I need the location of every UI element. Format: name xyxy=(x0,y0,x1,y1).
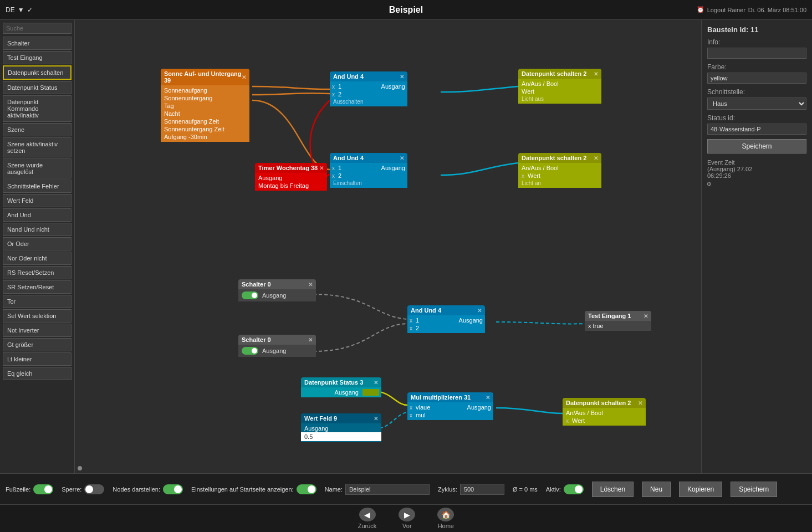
node-and1-close[interactable]: ✕ xyxy=(400,74,404,80)
node-wert-feld[interactable]: Wert Feld 9 ✕ Ausgang 0.5 xyxy=(301,413,381,442)
node-dp-status-body: Ausgang xyxy=(301,387,381,397)
sidebar-item-datenpunkt-status[interactable]: Datenpunkt Status xyxy=(3,81,72,94)
loeschen-button[interactable]: Löschen xyxy=(592,482,634,497)
lang-selector[interactable]: DE ▼ ✓ xyxy=(6,6,33,14)
node-mul-close[interactable]: ✕ xyxy=(486,395,490,401)
logout-label[interactable]: Logout Rainer xyxy=(707,7,745,13)
sperre-switch[interactable] xyxy=(84,484,104,494)
node-dp-status[interactable]: Datenpunkt Status 3 ✕ Ausgang xyxy=(301,377,381,397)
einstellungen-switch[interactable] xyxy=(297,484,316,494)
sidebar-item-wert-feld[interactable]: Wert Feld xyxy=(3,194,72,207)
node-dp3-close[interactable]: ✕ xyxy=(638,400,642,406)
aktiv-switch[interactable] xyxy=(564,484,584,494)
node-and1-in2: x 2 xyxy=(330,90,407,98)
node-timer-row-2: Montag bis Freitag xyxy=(255,182,327,190)
node-mul[interactable]: Mul multiplizieren 31 ✕ x vlaue Ausgang … xyxy=(407,392,493,420)
node-dp-status-out: Ausgang xyxy=(301,388,381,396)
sidebar-item-and-und[interactable]: And Und xyxy=(3,208,72,222)
schnittstelle-select[interactable]: Haus xyxy=(707,98,806,110)
sidebar-item-nor[interactable]: Nor Oder nicht xyxy=(3,252,72,265)
sidebar-item-eq[interactable]: Eq gleich xyxy=(3,367,72,380)
node-dp1-close[interactable]: ✕ xyxy=(594,71,598,77)
node-and3-close[interactable]: ✕ xyxy=(477,308,482,314)
clock-icon: ⏰ xyxy=(697,6,704,13)
canvas-area[interactable]: Sonne Auf- und Untergang 39 ✕ Sonnenaufg… xyxy=(75,20,701,473)
node-dp2-close[interactable]: ✕ xyxy=(594,155,598,161)
nav-vor[interactable]: ▶ Vor xyxy=(399,508,415,529)
node-and2-close[interactable]: ✕ xyxy=(400,155,404,161)
rp-save-button[interactable]: Speichern xyxy=(707,139,806,154)
fusszeile-label: Fußzeile: xyxy=(6,486,30,493)
info-label: Info: xyxy=(707,38,806,46)
sidebar-item-nand[interactable]: Nand Und nicht xyxy=(3,223,72,236)
node-sonne-close[interactable]: ✕ xyxy=(242,74,246,80)
node-and2-body: x 1 Ausgang x 2 Einschalten xyxy=(330,163,407,188)
sidebar-item-szene-aktiv[interactable]: Szene aktiv/inaktiv setzen xyxy=(3,137,72,157)
schalter2-toggle[interactable] xyxy=(242,347,258,355)
node-schalter1[interactable]: Schalter 0 ✕ Ausgang xyxy=(238,279,316,301)
node-and3[interactable]: And Und 4 ✕ x 1 Ausgang x 2 xyxy=(407,305,485,333)
node-schalter2-close[interactable]: ✕ xyxy=(308,337,313,343)
node-timer[interactable]: Timer Wochentag 38 ✕ Ausgang Montag bis … xyxy=(255,163,327,191)
event-section: Event Zeit (Ausgang) 27.02 06:29:26 0 xyxy=(707,159,806,187)
sidebar-item-rs[interactable]: RS Reset/Setzen xyxy=(3,266,72,279)
status-id-input[interactable] xyxy=(707,124,806,135)
page-title: Beispiel xyxy=(389,5,423,15)
sidebar-item-datenpunkt-schalten[interactable]: Datenpunkt schalten xyxy=(3,65,72,80)
node-sonne-row-7: Aufgang -30min xyxy=(161,133,249,141)
node-schalter2[interactable]: Schalter 0 ✕ Ausgang xyxy=(238,335,316,357)
node-test1[interactable]: Test Eingang 1 ✕ x true xyxy=(585,311,651,331)
farbe-input[interactable] xyxy=(707,73,806,84)
node-timer-header: Timer Wochentag 38 ✕ xyxy=(255,163,327,173)
zyklus-input[interactable] xyxy=(460,484,504,495)
sidebar-item-szene-ausgeloest[interactable]: Szene wurde ausgelöst xyxy=(3,158,72,178)
node-schalter1-toggle-row: Ausgang xyxy=(238,290,316,300)
node-and2[interactable]: And Und 4 ✕ x 1 Ausgang x 2 Einschalten xyxy=(330,153,407,188)
ms-label: Ø = 0 ms xyxy=(513,486,538,493)
sidebar-item-not[interactable]: Not Inverter xyxy=(3,324,72,337)
sidebar-item-or[interactable]: Or Oder xyxy=(3,237,72,250)
aktiv-toggle: Aktiv: xyxy=(546,484,584,494)
name-input[interactable] xyxy=(345,484,430,495)
nav-zurueck[interactable]: ◀ Zurück xyxy=(358,508,377,529)
zyklus-label: Zyklus: xyxy=(438,486,457,493)
nodes-switch[interactable] xyxy=(163,484,183,494)
canvas-dot xyxy=(78,466,82,470)
header: DE ▼ ✓ Beispiel ⏰ Logout Rainer Di. 06. … xyxy=(0,0,812,20)
node-timer-row-1: Ausgang xyxy=(255,174,327,182)
node-dp-status-close[interactable]: ✕ xyxy=(374,380,378,386)
node-and2-header: And Und 4 ✕ xyxy=(330,153,407,163)
info-input[interactable] xyxy=(707,48,806,59)
sidebar-item-datenpunkt-kommando[interactable]: Datenpunkt Kommando aktiv/inaktiv xyxy=(3,95,72,122)
sidebar-item-sr[interactable]: SR Setzen/Reset xyxy=(3,280,72,294)
sidebar-item-schnittstelle-fehler[interactable]: Schnittstelle Fehler xyxy=(3,180,72,193)
sidebar-item-gt[interactable]: Gt größer xyxy=(3,338,72,351)
sidebar-item-tor[interactable]: Tor xyxy=(3,295,72,308)
neu-button[interactable]: Neu xyxy=(642,482,671,497)
node-wert-feld-close[interactable]: ✕ xyxy=(374,416,378,422)
node-timer-close[interactable]: ✕ xyxy=(319,165,324,171)
fusszeile-switch[interactable] xyxy=(33,484,53,494)
node-test1-close[interactable]: ✕ xyxy=(644,313,648,319)
node-dp1[interactable]: Datenpunkt schalten 2 ✕ An/Aus / Bool We… xyxy=(518,69,601,104)
kopieren-button[interactable]: Kopieren xyxy=(679,482,722,497)
search-input[interactable] xyxy=(3,23,72,34)
sidebar-item-szene[interactable]: Szene xyxy=(3,123,72,136)
sidebar-item-schalter[interactable]: Schalter xyxy=(3,37,72,50)
node-sonne[interactable]: Sonne Auf- und Untergang 39 ✕ Sonnenaufg… xyxy=(161,69,249,142)
speichern-button[interactable]: Speichern xyxy=(731,482,777,497)
node-dp3[interactable]: Datenpunkt schalten 2 ✕ An/Aus / Bool x … xyxy=(563,398,646,426)
node-dp2[interactable]: Datenpunkt schalten 2 ✕ An/Aus / Bool x … xyxy=(518,153,601,188)
zyklus-field-group: Zyklus: xyxy=(438,484,504,495)
node-schalter1-close[interactable]: ✕ xyxy=(308,282,313,288)
sidebar-item-test-eingang[interactable]: Test Eingang xyxy=(3,51,72,64)
node-test1-row-1: x true xyxy=(585,322,651,330)
node-dp2-body: An/Aus / Bool x Wert Licht an xyxy=(518,163,601,188)
einstellungen-label: Einstellungen auf Startseite anzeigen: xyxy=(191,486,294,493)
sidebar-item-lt[interactable]: Lt kleiner xyxy=(3,352,72,366)
node-and1[interactable]: And Und 4 ✕ x 1 Ausgang x 2 Ausschalten xyxy=(330,71,407,106)
node-dp-status-header: Datenpunkt Status 3 ✕ xyxy=(301,377,381,387)
sidebar-item-sel[interactable]: Sel Wert selektion xyxy=(3,309,72,323)
nav-home[interactable]: 🏠 Home xyxy=(437,508,454,529)
schalter1-toggle[interactable] xyxy=(242,291,258,299)
